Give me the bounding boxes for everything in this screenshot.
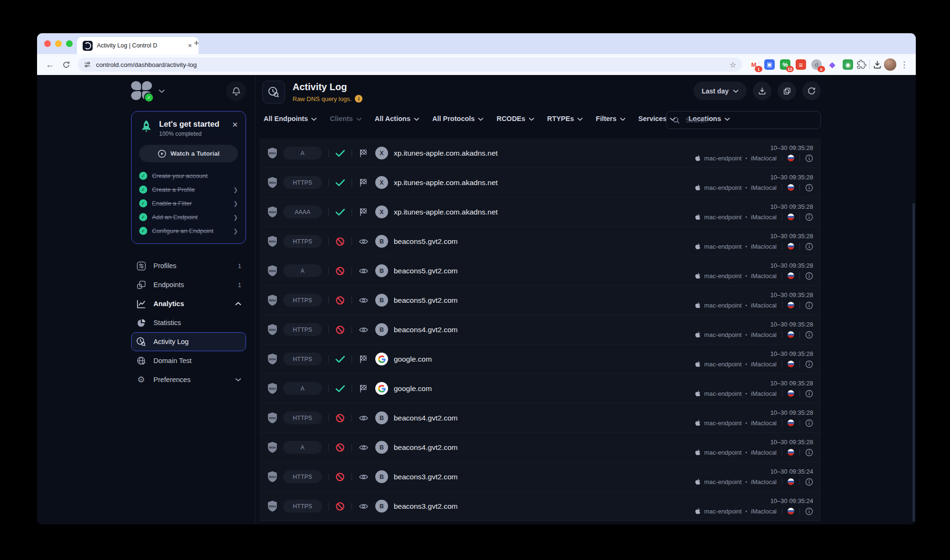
tab-close-icon[interactable]: × xyxy=(187,42,193,49)
eye-icon[interactable] xyxy=(359,413,369,423)
log-row[interactable]: DOH A G google.com xyxy=(259,374,821,403)
browser-menu-icon[interactable]: ⋮ xyxy=(898,60,910,70)
row-info-icon[interactable] xyxy=(805,360,813,368)
site-settings-icon[interactable] xyxy=(84,61,91,68)
refresh-button[interactable] xyxy=(802,82,821,100)
omnibox[interactable]: controld.com/dashboard/activity-log ☆ xyxy=(78,57,742,72)
sidebar-item-endpoints[interactable]: Endpoints 1 xyxy=(131,275,246,294)
domain-name[interactable]: beacons3.gvt2.com xyxy=(394,473,457,481)
filter-dropdown[interactable]: RTYPEs xyxy=(547,115,583,122)
filter-dropdown[interactable]: All Protocols xyxy=(432,115,484,122)
row-info-icon[interactable] xyxy=(805,301,813,309)
sidebar-item-statistics[interactable]: Statistics xyxy=(131,313,246,332)
domain-name[interactable]: google.com xyxy=(394,355,432,364)
row-info-icon[interactable] xyxy=(805,478,813,486)
row-info-icon[interactable] xyxy=(805,507,813,515)
log-row[interactable]: DOH HTTPS B beacons xyxy=(259,315,821,345)
domain-name[interactable]: beacons4.gvt2.com xyxy=(394,414,457,422)
filter-dropdown[interactable]: All Actions xyxy=(375,115,419,122)
watch-tutorial-button[interactable]: Watch a Tutorial xyxy=(139,145,238,162)
row-info-icon[interactable] xyxy=(805,154,813,162)
reload-icon[interactable] xyxy=(59,57,73,72)
close-icon[interactable]: ✕ xyxy=(232,121,238,129)
browser-tab[interactable]: Activity Log | Control D × xyxy=(77,37,199,54)
domain-name[interactable]: beacons5.gvt2.com xyxy=(394,267,457,275)
log-row[interactable]: DOH A X xp.itunes-a xyxy=(259,139,821,168)
sidebar-item-domain-test[interactable]: Domain Test xyxy=(131,351,246,370)
eye-icon[interactable] xyxy=(359,472,369,482)
onboarding-task[interactable]: ✓ Enable a Filter ❯ xyxy=(139,196,238,210)
domain-name[interactable]: beacons5.gvt2.com xyxy=(394,296,457,305)
minimize-window-button[interactable] xyxy=(55,40,62,47)
search-input[interactable] xyxy=(684,116,814,124)
sidebar-item-analytics[interactable]: Analytics xyxy=(131,294,246,313)
row-info-icon[interactable] xyxy=(805,243,813,251)
gmail-extension-icon[interactable]: 1 xyxy=(749,59,759,70)
back-icon[interactable]: ← xyxy=(43,57,57,72)
search-box[interactable] xyxy=(666,111,821,129)
eye-icon[interactable] xyxy=(359,296,369,305)
time-range-select[interactable]: Last day xyxy=(694,82,747,100)
profile-avatar[interactable] xyxy=(884,58,896,71)
scrollbar-thumb[interactable] xyxy=(912,203,915,522)
eye-icon[interactable] xyxy=(359,266,369,276)
privacy-shield-extension-icon[interactable] xyxy=(764,59,775,70)
onboarding-task[interactable]: ✓ Create a Profile ❯ xyxy=(139,183,238,196)
url-text[interactable]: controld.com/dashboard/activity-log xyxy=(96,61,725,68)
row-info-icon[interactable] xyxy=(805,272,813,280)
row-info-icon[interactable] xyxy=(805,419,813,427)
domain-name[interactable]: beacons3.gvt2.com xyxy=(394,502,457,511)
filter-dropdown[interactable]: Filters xyxy=(596,115,626,122)
eye-icon[interactable] xyxy=(359,502,369,511)
log-row[interactable]: DOH HTTPS B beacons xyxy=(259,462,821,492)
filter-dropdown[interactable]: All Endpoints xyxy=(264,115,317,122)
screen-capture-extension-icon[interactable] xyxy=(843,59,853,70)
todoist-extension-icon[interactable] xyxy=(796,59,806,70)
log-row[interactable]: DOH HTTPS B beacons xyxy=(259,492,821,521)
sidebar-item-activity-log[interactable]: Activity Log xyxy=(131,332,246,351)
log-row[interactable]: DOH A B beacons4.gv xyxy=(259,433,821,462)
filter-dropdown[interactable]: Clients xyxy=(330,115,361,122)
log-row[interactable]: DOH AAAA X xp.itune xyxy=(259,197,821,227)
row-info-icon[interactable] xyxy=(805,448,813,457)
domain-name[interactable]: beacons5.gvt2.com xyxy=(394,237,457,246)
domain-name[interactable]: xp.itunes-apple.com.akadns.net xyxy=(394,208,498,216)
onboarding-task[interactable]: ✓ Add an Endpoint ❯ xyxy=(139,210,238,224)
notifications-button[interactable] xyxy=(226,81,246,101)
domain-name[interactable]: google.com xyxy=(394,384,432,393)
log-row[interactable]: DOH HTTPS B beacons xyxy=(259,403,821,433)
log-row[interactable]: DOH HTTPS B beacons xyxy=(259,227,821,256)
log-row[interactable]: DOH HTTPS X xp.itun xyxy=(259,168,821,197)
domain-name[interactable]: beacons4.gvt2.com xyxy=(394,326,457,334)
downloads-icon[interactable] xyxy=(873,60,882,69)
close-window-button[interactable] xyxy=(44,40,51,47)
coupon-extension-icon[interactable]: 12 xyxy=(780,59,790,70)
domain-name[interactable]: xp.itunes-apple.com.akadns.net xyxy=(394,149,498,158)
extensions-puzzle-icon[interactable] xyxy=(857,60,866,69)
copy-button[interactable] xyxy=(778,82,796,100)
sidebar-item-preferences[interactable]: ⚙ Preferences xyxy=(131,370,246,389)
domain-name[interactable]: xp.itunes-apple.com.akadns.net xyxy=(394,178,498,187)
sidebar-item-profiles[interactable]: Profiles 1 xyxy=(131,256,246,275)
onboarding-task[interactable]: ✓ Create your account ❯ xyxy=(139,169,238,183)
zoom-window-button[interactable] xyxy=(66,40,73,47)
eye-icon[interactable] xyxy=(359,325,369,335)
log-row[interactable]: DOH HTTPS G google. xyxy=(259,345,821,374)
row-info-icon[interactable] xyxy=(805,331,813,339)
log-row[interactable]: DOH A B beacons5.gv xyxy=(259,256,821,286)
row-info-icon[interactable] xyxy=(805,213,813,221)
filter-dropdown[interactable]: RCODEs xyxy=(496,115,534,122)
row-info-icon[interactable] xyxy=(805,184,813,192)
onboarding-task[interactable]: ✓ Configure an Endpoint ❯ xyxy=(139,224,238,238)
log-row[interactable]: DOH HTTPS B beacons xyxy=(259,286,821,315)
disconnect-extension-icon[interactable]: x xyxy=(811,59,822,70)
eye-icon[interactable] xyxy=(359,237,369,246)
controld-logo[interactable]: ✓ xyxy=(131,81,153,101)
crystal-extension-icon[interactable] xyxy=(827,59,837,70)
info-icon[interactable]: i xyxy=(355,95,362,103)
eye-icon[interactable] xyxy=(359,443,369,452)
row-info-icon[interactable] xyxy=(805,390,813,398)
domain-name[interactable]: beacons4.gvt2.com xyxy=(394,443,457,452)
new-tab-button[interactable]: + xyxy=(194,38,199,48)
export-download-button[interactable] xyxy=(753,82,771,100)
